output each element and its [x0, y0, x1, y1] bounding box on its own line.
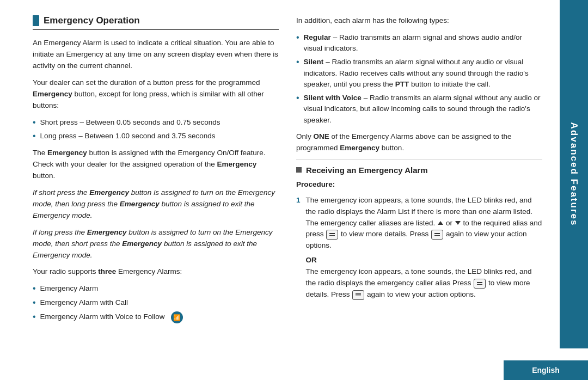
regular-text: – Radio transmits an alarm signal and sh… — [304, 33, 522, 52]
step-1-content: The emergency icon appears, a tone sound… — [306, 195, 542, 301]
italic1-bold2: Emergency — [120, 200, 160, 208]
italic2-bold2: Emergency — [122, 240, 162, 248]
intro2-prefix: Your dealer can set the duration of a bu… — [33, 78, 260, 87]
english-tab: English — [504, 360, 588, 380]
right-intro: In addition, each alarm has the followin… — [296, 15, 542, 27]
bullets-list-2: Emergency Alarm Emergency Alarm with Cal… — [33, 283, 279, 323]
intro2-bold: Emergency — [33, 90, 72, 98]
ok-button-icon-3 — [474, 279, 486, 289]
list-item: Emergency Alarm with Voice to Follow 📶 — [33, 311, 279, 323]
left-column: Emergency Operation An Emergency Alarm i… — [33, 15, 279, 369]
italic-block-2: If long press the Emergency button is as… — [33, 227, 279, 261]
arrow-up-icon — [438, 221, 443, 225]
page-container: Advanced Features Emergency Operation An… — [0, 0, 588, 380]
intro-para-2: Your dealer can set the duration of a bu… — [33, 77, 279, 112]
para4-bold: three — [98, 267, 116, 275]
para4-prefix: Your radio supports — [33, 267, 98, 275]
sidebar-label: Advanced Features — [568, 122, 579, 226]
regular-bold: Regular — [304, 33, 331, 41]
italic2-bold: Emergency — [87, 228, 127, 236]
silent-bold: Silent — [304, 58, 324, 66]
list-item: Short press – Between 0.05 seconds and 0… — [33, 117, 279, 128]
sub-section-title: Receiving an Emergency Alarm — [306, 166, 428, 175]
italic2-prefix: If long press the — [33, 228, 87, 236]
or-text-small: or — [446, 219, 455, 227]
right-column: In addition, each alarm has the followin… — [296, 15, 542, 369]
para4-suffix: Emergency Alarms: — [116, 267, 182, 275]
section-title: Emergency Operation — [44, 15, 140, 26]
ptt-bold: PTT — [395, 80, 409, 88]
section-heading: Emergency Operation — [33, 15, 279, 26]
step-1-number: 1 — [296, 195, 301, 301]
emergency-bold: Emergency — [340, 144, 379, 152]
sub-section-heading: Receiving an Emergency Alarm — [296, 166, 542, 175]
para3-suffix2: button. — [33, 171, 55, 180]
bluetooth-icon: 📶 — [171, 311, 183, 323]
list-item: Emergency Alarm with Call — [33, 297, 279, 309]
arrow-down-icon — [455, 221, 461, 225]
para3-prefix: The — [33, 149, 47, 157]
one-bold: ONE — [314, 132, 329, 140]
step1-cont: to view more details. Press — [341, 230, 428, 238]
silent-text2: button to initiate the call. — [409, 80, 490, 88]
italic-block-1: If short press the Emergency button is a… — [33, 187, 279, 222]
para3-bold: Emergency — [47, 149, 87, 157]
or-block: OR The emergency icon appears, a tone so… — [306, 255, 542, 301]
bottom-bar: 55 English — [0, 348, 588, 380]
sidebar-rotated: Advanced Features — [560, 0, 588, 348]
ok-button-icon-4 — [352, 290, 364, 300]
list-item: Long press – Between 1.00 second and 3.7… — [33, 131, 279, 142]
list-item-regular: Regular – Radio transmits an alarm signa… — [296, 32, 542, 54]
bullets-list-1: Short press – Between 0.05 seconds and 0… — [33, 117, 279, 143]
italic1-prefix: If short press the — [33, 188, 89, 197]
or-text3: again to view your action options. — [367, 290, 476, 298]
only-suffix: button. — [379, 144, 404, 152]
para-4: Your radio supports three Emergency Alar… — [33, 266, 279, 278]
only-para: Only ONE of the Emergency Alarms above c… — [296, 131, 542, 154]
main-content: Emergency Operation An Emergency Alarm i… — [0, 0, 560, 380]
italic1-bold: Emergency — [89, 188, 129, 197]
procedure-list: 1 The emergency icon appears, a tone sou… — [296, 195, 542, 301]
list-item-silent: Silent – Radio transmits an alarm signal… — [296, 57, 542, 90]
ok-button-icon — [326, 230, 338, 240]
para3-bold2: Emergency — [217, 160, 256, 168]
intro-para-1: An Emergency Alarm is used to indicate a… — [33, 38, 279, 72]
step-1: 1 The emergency icon appears, a tone sou… — [296, 195, 542, 301]
only-prefix: Only — [296, 132, 314, 140]
english-label: English — [532, 366, 560, 375]
sub-heading-bar-icon — [296, 167, 302, 173]
para-3: The Emergency button is assigned with th… — [33, 148, 279, 182]
right-divider — [296, 160, 542, 160]
heading-bar-icon — [33, 15, 39, 26]
list-item-silent-voice: Silent with Voice – Radio transmits an a… — [296, 93, 542, 126]
swv-bold: Silent with Voice — [304, 94, 362, 102]
procedure-label: Procedure: — [296, 179, 542, 191]
or-label: OR — [306, 255, 542, 266]
ok-button-icon-2 — [431, 230, 443, 240]
alarm-bullets: Regular – Radio transmits an alarm signa… — [296, 32, 542, 126]
list-item: Emergency Alarm — [33, 283, 279, 295]
section-divider — [33, 29, 279, 30]
